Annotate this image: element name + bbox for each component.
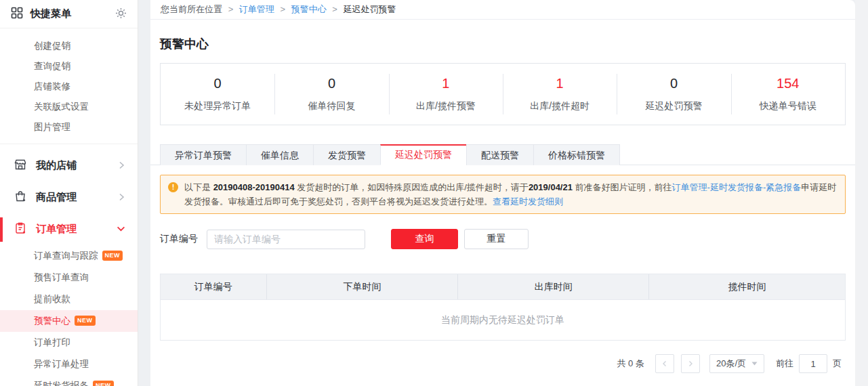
page-suffix-label: 页 <box>833 358 842 370</box>
sidebar-item-abnormal-order-handling[interactable]: 异常订单处理 <box>0 353 138 375</box>
stat-value: 1 <box>556 76 564 91</box>
sidebar-item-shop-decor[interactable]: 店铺装修 <box>0 77 138 97</box>
breadcrumb-link-order-management[interactable]: 订单管理 <box>239 4 274 14</box>
sidebar-title: 快捷菜单 <box>30 7 115 20</box>
stat-label: 延迟处罚预警 <box>645 100 702 112</box>
breadcrumb-separator: > <box>332 4 337 14</box>
notice-link-report-path[interactable]: 订单管理-延时发货报备-紧急报备 <box>672 182 802 192</box>
column-header-pickup-time: 揽件时间 <box>649 274 845 299</box>
sidebar-item-order-query-tracking[interactable]: 订单查询与跟踪NEW <box>0 245 138 267</box>
sidebar-item-delayed-shipping-report[interactable]: 延时发货报备NEW <box>0 375 138 386</box>
tab-shipping-warning[interactable]: 发货预警 <box>313 144 380 165</box>
sidebar-header: 快捷菜单 <box>0 0 138 28</box>
stat-label: 快递单号错误 <box>760 100 817 112</box>
sidebar-section-order-management[interactable]: 订单管理 <box>0 213 138 245</box>
stat-label: 未处理异常订单 <box>184 100 251 112</box>
stat-value: 0 <box>214 76 222 91</box>
query-button[interactable]: 查询 <box>391 229 458 249</box>
storefront-icon <box>14 158 27 173</box>
breadcrumb: 您当前所在位置 > 订单管理 > 预警中心 > 延迟处罚预警 <box>150 0 855 20</box>
column-header-outbound-time: 出库时间 <box>458 274 649 299</box>
page-size-value: 20条/页 <box>716 358 746 370</box>
goto-page-label: 前往 <box>776 358 793 370</box>
shopping-bag-icon <box>14 190 27 205</box>
breadcrumb-link-warning-center[interactable]: 预警中心 <box>291 4 327 14</box>
sidebar-item-order-print[interactable]: 订单打印 <box>0 332 138 353</box>
caret-down-icon <box>751 362 758 366</box>
new-badge: NEW <box>93 381 114 386</box>
reset-button[interactable]: 重置 <box>464 229 529 249</box>
chevron-left-icon <box>661 360 668 367</box>
order-clipboard-icon <box>14 221 27 237</box>
breadcrumb-prefix: 您当前所在位置 <box>161 4 222 14</box>
sidebar-item-query-promo[interactable]: 查询促销 <box>0 56 138 77</box>
order-number-label: 订单编号 <box>160 233 198 245</box>
stat-label: 出库/揽件预警 <box>416 100 476 112</box>
pagination-next-button[interactable] <box>681 354 700 373</box>
tab-price-error-warning[interactable]: 价格标错预警 <box>533 144 620 165</box>
sidebar-section-label: 订单管理 <box>36 223 117 236</box>
quick-links-list: 创建促销 查询促销 店铺装修 关联版式设置 图片管理 <box>0 28 138 144</box>
tab-abnormal-order-warning[interactable]: 异常订单预警 <box>160 144 246 165</box>
notice-banner: ! 以下是 20190408-20190414 发货超时的订单，如因特殊原因造成… <box>160 175 846 214</box>
grid-menu-icon <box>11 7 23 21</box>
sidebar-section-product-management[interactable]: 商品管理 <box>0 181 138 213</box>
tab-delivery-warning[interactable]: 配送预警 <box>466 144 533 165</box>
gear-icon[interactable] <box>115 7 127 21</box>
sidebar-item-image-management[interactable]: 图片管理 <box>0 117 138 137</box>
chevron-right-icon <box>117 192 125 203</box>
order-submenu: 订单查询与跟踪NEW 预售订单查询 提前收款 预警中心NEW 订单打印 异常订单… <box>0 245 138 386</box>
search-row: 订单编号 查询 重置 <box>160 229 846 249</box>
sidebar: 快捷菜单 创建促销 查询促销 店铺装修 关联版式设置 图片管理 我的店铺 <box>0 0 138 386</box>
chevron-down-icon <box>117 224 125 235</box>
warning-exclamation-icon: ! <box>168 182 178 192</box>
tab-bar: 异常订单预警 催单信息 发货预警 延迟处罚预警 配送预警 价格标错预警 <box>150 144 855 165</box>
sidebar-item-advance-payment[interactable]: 提前收款 <box>0 288 138 310</box>
stat-unhandled-abnormal-orders: 0 未处理异常订单 <box>161 64 274 125</box>
chevron-right-icon <box>687 360 694 367</box>
stats-panel: 0 未处理异常订单 0 催单待回复 1 出库/揽件预警 1 出库/揽件超时 0 … <box>160 63 846 125</box>
stat-label: 催单待回复 <box>308 100 355 112</box>
breadcrumb-current: 延迟处罚预警 <box>344 4 396 14</box>
stat-value: 0 <box>328 76 335 91</box>
table-header-row: 订单编号 下单时间 出库时间 揽件时间 <box>161 274 845 299</box>
stat-reminder-pending-reply: 0 催单待回复 <box>274 64 388 125</box>
scrollbar-track[interactable] <box>855 0 868 386</box>
page-title: 预警中心 <box>160 36 846 52</box>
stat-tracking-number-error: 154 快递单号错误 <box>731 64 845 125</box>
sidebar-section-label: 我的店铺 <box>36 159 117 172</box>
order-number-input[interactable] <box>207 230 365 249</box>
tab-reminder-info[interactable]: 催单信息 <box>246 144 313 165</box>
page-size-select[interactable]: 20条/页 <box>709 354 764 373</box>
pagination-total: 共 0 条 <box>617 358 644 370</box>
column-header-order-number: 订单编号 <box>161 274 267 299</box>
sidebar-item-warning-center[interactable]: 预警中心NEW <box>0 310 138 332</box>
notice-text: 以下是 20190408-20190414 发货超时的订单，如因特殊原因造成的出… <box>184 182 836 207</box>
breadcrumb-separator: > <box>228 4 234 14</box>
tab-delay-penalty-warning[interactable]: 延迟处罚预警 <box>380 144 466 165</box>
sidebar-section-label: 商品管理 <box>36 191 117 204</box>
pagination-prev-button[interactable] <box>655 354 674 373</box>
sidebar-item-presale-order-query[interactable]: 预售订单查询 <box>0 267 138 288</box>
sidebar-section-my-shop[interactable]: 我的店铺 <box>0 150 138 181</box>
notice-date-range: 20190408-20190414 <box>213 182 295 192</box>
stat-label: 出库/揽件超时 <box>530 100 590 112</box>
notice-deadline: 2019/04/21 <box>529 182 573 192</box>
main-content: 您当前所在位置 > 订单管理 > 预警中心 > 延迟处罚预警 预警中心 0 未处… <box>150 0 855 386</box>
stat-outbound-pickup-warning: 1 出库/揽件预警 <box>389 64 503 125</box>
chevron-right-icon <box>117 160 125 171</box>
stat-delay-penalty-warning: 0 延迟处罚预警 <box>617 64 730 125</box>
sidebar-item-create-promo[interactable]: 创建促销 <box>0 36 138 56</box>
notice-link-view-rules[interactable]: 查看延时发货细则 <box>493 196 563 207</box>
stat-value: 1 <box>442 76 449 91</box>
table-empty-state: 当前周期内无待延迟处罚订单 <box>161 299 845 340</box>
new-badge: NEW <box>102 251 123 261</box>
stat-value: 0 <box>670 76 678 91</box>
new-badge: NEW <box>75 316 96 326</box>
goto-page-input[interactable] <box>799 354 827 373</box>
orders-table: 订单编号 下单时间 出库时间 揽件时间 当前周期内无待延迟处罚订单 <box>160 274 846 341</box>
stat-value: 154 <box>777 76 799 91</box>
stat-outbound-pickup-timeout: 1 出库/揽件超时 <box>503 64 617 125</box>
pagination: 共 0 条 20条/页 前往 页 <box>160 354 846 373</box>
sidebar-item-layout-settings[interactable]: 关联版式设置 <box>0 97 138 117</box>
